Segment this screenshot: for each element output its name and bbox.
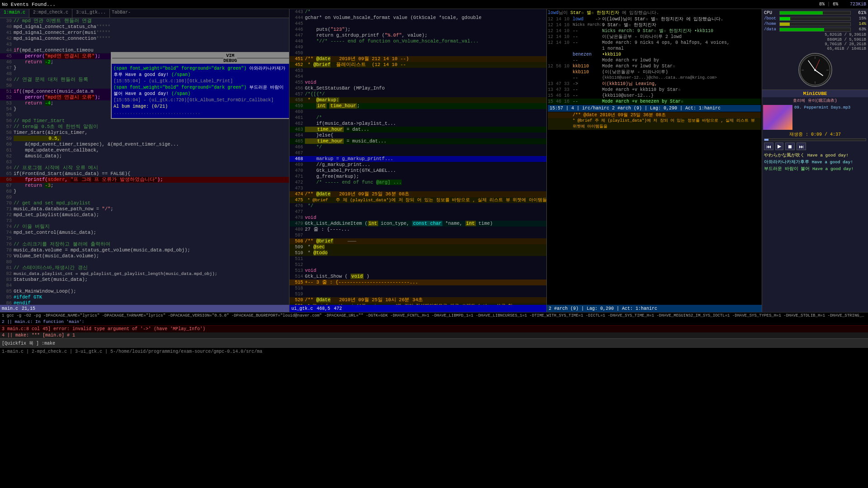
top-kib: 723KiB: [850, 2, 866, 7]
minicube-lyrics: やわらかな風が吹く Have a good day! 아와라카나카제가후루 Ha…: [762, 151, 868, 173]
next-button[interactable]: ⏭: [797, 142, 806, 150]
code-line-85b: 85#ifdef GTK: [0, 294, 289, 300]
mid-line-456: 456Gtk_SetStatusBar (MPlay_Info: [289, 85, 546, 91]
mid-line-462: 462 if(music_data->playlist_t...: [289, 121, 546, 127]
code-line-74c: 74// 이을 버릴지: [0, 224, 289, 230]
code-line-84: 84: [0, 283, 289, 289]
mid-line-480: 48027 줄 : {----...: [289, 227, 546, 232]
minicube-album-art: [763, 105, 792, 130]
data-size: 65,4GiB / 104GiB: [763, 47, 867, 51]
minicube-track-name: 09. Peppermint Days.mp3: [794, 105, 865, 110]
mid-line-449: 449: [289, 44, 546, 50]
bottom-area: 1 gcc -g -O2 -pg -DPACKAGE_NAME="lyrics"…: [0, 312, 868, 488]
irc-line-1546: 15 46 16 -- {kkb110@user-12...}: [548, 93, 761, 99]
minicube-time-display: 재생중 : 0:09 / 4:37: [762, 131, 868, 138]
cpu-bar-container: [779, 11, 851, 15]
minicube-track-area: 09. Peppermint Days.mp3: [762, 104, 868, 131]
mid-line-518: 518: [289, 285, 546, 291]
irc-line-1347b: 13 47 33 -- Mode #arch +v kkb110 by Star…: [548, 87, 761, 93]
cpu-pct: 61%: [853, 10, 866, 15]
irc-line-454: 12 14 10 -- Mode #arch: 9 nicks 4 ops, 0…: [548, 40, 761, 46]
mid-line-457: 457/*{[{*/: [289, 91, 546, 97]
tab-main-c[interactable]: 1:main.c: [0, 9, 29, 18]
quickfix-bar: [Quickfix 목 ] :make: [0, 338, 868, 347]
tab-mpd-check[interactable]: 2:mpd_check.c: [29, 9, 72, 18]
filename-mid: ui_gtk.c: [291, 306, 313, 311]
mid-line-477: 477: [289, 209, 546, 215]
lyrics-line2: 아와라카나카제가후루 Have a good day!: [764, 159, 866, 166]
stop-button[interactable]: ⏹: [785, 142, 795, 150]
home-size: 9,76GiB / 28,2GiB: [763, 42, 867, 47]
mid-line-452: 452 * @brief 플레이리스트 (12 14 10 --: [289, 62, 546, 68]
vim-debug-dots: ................................: [114, 110, 289, 116]
vim-debug-line2: (span font_weight="bold" foreground="dar…: [114, 85, 289, 97]
clock-container: [763, 53, 867, 87]
mid-line-519: 519: [289, 291, 546, 297]
code-line-71: 71music_data.database_path_now = "/";: [0, 206, 289, 212]
code-line-60: 60 &(mpd_event_timer_timespec), &(mpd_ev…: [0, 142, 289, 147]
mid-line-453: 453: [289, 68, 546, 74]
no-events-label: No Events Found...: [2, 2, 56, 7]
mid-line-468: 468 markup = g_markup_printf...: [289, 156, 546, 162]
code-line-76: 76// 소리크기를 저장하고 불러에 출력하여: [0, 242, 289, 247]
quickfix-label: [Quickfix 목 ] :make: [2, 340, 55, 346]
ram-size: 5,82GiB / 9,39GiB: [763, 32, 867, 38]
mid-line-479: 479Gtk_List_AddLineItem (int icon_type, …: [289, 221, 546, 227]
mid-line-467: 467: [289, 150, 546, 156]
minicube-controls[interactable]: ⏮ ▶ ⏹ ⏭: [762, 142, 868, 151]
code-line-57: 57// term을 0.5초 에 한번씩 알림이: [0, 124, 289, 130]
code-line-82: 82music_data.playlist_cnt = mpd_playlist…: [0, 271, 289, 277]
code-line-86: 86#endif: [0, 300, 289, 305]
mid-line-472: 472 /* ----- end of func @arg] ...: [289, 180, 546, 185]
mid-line-451: 451/** @date 2010년 09월 212 14 10 --): [289, 56, 546, 62]
mid-line-448: 448 *//* ----- end of function on_Volume…: [289, 38, 546, 44]
mid-line-474: 474/** @date 2010년 09월 25일 36분 08초: [289, 191, 546, 197]
code-line-81: 81// 스테이터스바,재생시간 갱신: [0, 265, 289, 271]
make-error-line: 4 || make: *** [main.o] # 1: [0, 332, 868, 338]
code-line-59: 59 0.5,: [0, 136, 289, 142]
code-line-64: 64// 프로그램 시작에 시작 오류 메시: [0, 165, 289, 171]
cpu-label: CPU: [764, 10, 778, 15]
clock-svg: [799, 54, 831, 86]
lyrics-line1: やわらかな風が吹く Have a good day!: [764, 152, 866, 159]
mid-line-475: 475 * @brief 주 제 (playlist_data*)에 저 장되 …: [289, 197, 546, 203]
code-line-69: 69: [0, 194, 289, 200]
lyrics-line3: 부드러운 바람이 불어 Have a good day!: [764, 166, 866, 172]
home-bar-container: [779, 22, 851, 26]
mid-line-445: 445: [289, 21, 546, 27]
irc-line-brief2: * @brief 주 제 (playlist_data*)에 저 장되 어 있는…: [548, 118, 761, 130]
mid-line-446: 446 puts("123");: [289, 27, 546, 33]
svg-point-8: [814, 69, 816, 71]
vim-tabline: 1-main.c | 2-mpd_check.c | 3-ui_gtk.c | …: [0, 347, 868, 355]
code-editor-mid[interactable]: 443/* 444gchar* on Volume_hscale_format …: [289, 9, 547, 312]
compile-line2: 2 || main.c: In function 'main':: [2, 319, 866, 325]
irc-line-452b: 12 14 10 -- Nicks #arch: 9 Star☆ 별☆ 한정치킨…: [548, 28, 761, 34]
mid-line-450: 450: [289, 50, 546, 56]
vim-debug-content: (span font_weight="bold" foreground="dar…: [112, 64, 289, 118]
mid-line-473: 473: [289, 185, 546, 191]
mid-line-464: 464 }else{: [289, 133, 546, 138]
code-line-39: 39// mpd 연관 이벤트 핸들러 연결: [0, 18, 289, 24]
home-bar-fill: [780, 23, 790, 26]
top-pct-sep: |: [827, 2, 830, 7]
mid-line-476: 476 */: [289, 203, 546, 209]
code-line-41: 41mpd_signal_connect_error(musi*****: [0, 30, 289, 36]
mid-line-465: 465 time_hour = music_dat...: [289, 138, 546, 144]
mid-line-510: 510 * @todo: [289, 250, 546, 256]
code-line-75: 75: [0, 236, 289, 242]
play-button[interactable]: ▶: [775, 142, 783, 150]
code-line-79: 79Volume_Set(music_data.volume);: [0, 253, 289, 259]
mid-line-454: 454: [289, 74, 546, 80]
code-line-74: 74mpd_set_control(&music_data);: [0, 230, 289, 236]
irc-line-benezen: benezen •kkb110: [548, 52, 761, 57]
code-line-85: 85Gtk_MainWindow_Loop();: [0, 289, 289, 294]
vim-debug-line1: (span font_weight="bold" foreground="dar…: [114, 66, 289, 78]
prev-button[interactable]: ⏮: [764, 142, 773, 150]
tab-ui-gtk[interactable]: 3:ui_gtk...: [72, 9, 110, 18]
boot-size: 886MiB / 5,59GiB: [763, 38, 867, 42]
statusbar-left: main.c 21,15: [0, 305, 289, 312]
code-line-78: 78music_data.volume = mpd_status_get_vol…: [0, 247, 289, 253]
filename-left: main.c: [2, 306, 18, 311]
irc-panel: lowd님이 Star☆ 별☆ 한정치킨자 에 입장했습니다. 12 14 10…: [547, 9, 762, 312]
sysinfo-panel: CPU 61% /boot 15% /home: [762, 9, 868, 90]
